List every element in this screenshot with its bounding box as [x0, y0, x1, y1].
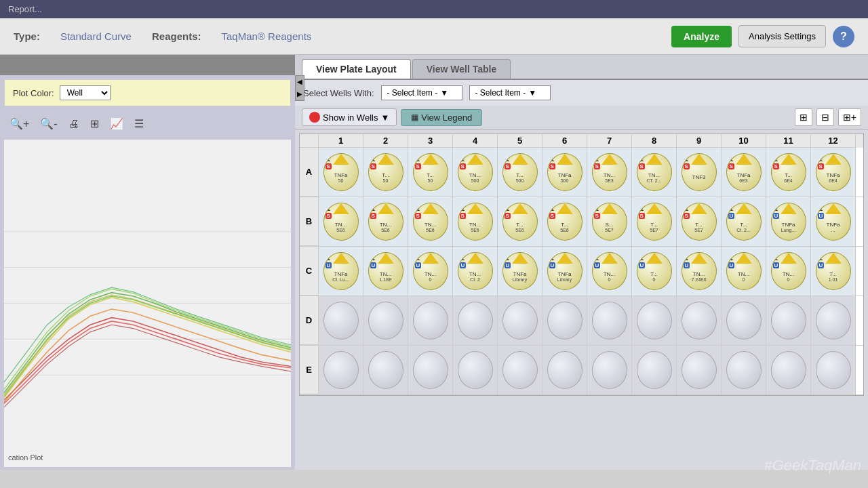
well-A7[interactable]: 1STN...5E3	[587, 148, 632, 197]
well-C9[interactable]: 1UTN...7.24E6	[677, 247, 722, 296]
well-E12[interactable]	[811, 346, 856, 394]
print-button[interactable]: 🖨	[66, 115, 82, 133]
well-B4[interactable]: 1STN...5E6	[453, 197, 498, 246]
well-E7[interactable]	[587, 346, 632, 394]
well-D3[interactable]	[408, 296, 453, 345]
main: ◀ ▶ Plot Color: Well Sample Target Task …	[0, 55, 868, 470]
well-A2[interactable]: 1ST...50	[363, 148, 408, 197]
well-E6[interactable]	[542, 346, 587, 394]
well-D6[interactable]	[542, 296, 587, 345]
empty-well-circle	[368, 351, 403, 389]
filled-well-circle: 1ST...50	[368, 153, 403, 191]
dropdown-select-1[interactable]: - Select Item - ▼	[381, 85, 462, 100]
plot-color-select[interactable]: Well Sample Target Task	[60, 85, 111, 100]
well-C1[interactable]: 1UTNFaCt. Lu...	[319, 247, 363, 296]
chart-svg	[4, 140, 291, 467]
chart-button[interactable]: 📈	[107, 115, 126, 133]
well-E9[interactable]	[677, 346, 722, 394]
well-A3[interactable]: 1ST...50	[408, 148, 453, 197]
analysis-settings-button[interactable]: Analysis Settings	[738, 25, 826, 47]
empty-well-circle	[502, 351, 538, 389]
well-C6[interactable]: 1UTNFaLibrary	[542, 247, 587, 296]
well-E5[interactable]	[498, 346, 542, 394]
well-badge: S	[639, 163, 645, 169]
view-legend-button[interactable]: ▦ View Legend	[401, 109, 482, 126]
well-subtext: 6E4	[784, 178, 792, 183]
well-B9[interactable]: 1ST...5E7	[677, 197, 722, 246]
well-D5[interactable]	[498, 296, 542, 345]
zoom-out-button[interactable]: 🔍-	[37, 115, 60, 133]
well-E4[interactable]	[453, 346, 498, 394]
well-C3[interactable]: 1UTN...0	[408, 247, 453, 296]
well-A11[interactable]: 1ST...6E4	[766, 148, 811, 197]
zoom-in-button[interactable]: 🔍+	[7, 115, 32, 133]
dropdown-select-2[interactable]: - Select Item - ▼	[469, 85, 551, 100]
well-B11[interactable]: 1UTNFaLung...	[766, 197, 811, 246]
well-A6[interactable]: 1STNFa500	[542, 148, 587, 197]
well-A10[interactable]: 1STNFa6E3	[722, 148, 766, 197]
well-A5[interactable]: 1ST...500	[498, 148, 542, 197]
show-in-wells-button[interactable]: Show in Wells ▼	[302, 108, 397, 126]
well-A1[interactable]: 1STNFa50	[319, 148, 363, 197]
well-C5[interactable]: 1UTNFaLibrary	[498, 247, 542, 296]
well-E2[interactable]	[363, 346, 408, 394]
well-D7[interactable]	[587, 296, 632, 345]
well-C7[interactable]: 1UTN...0	[587, 247, 632, 296]
well-C12[interactable]: 1UT...1.01	[811, 247, 856, 296]
well-D9[interactable]	[677, 296, 722, 345]
well-B3[interactable]: 1STN...5E6	[408, 197, 453, 246]
well-D1[interactable]	[319, 296, 363, 345]
help-button[interactable]: ?	[833, 26, 854, 47]
well-E1[interactable]	[319, 346, 363, 394]
well-badge: U	[818, 213, 825, 219]
grid-select-button[interactable]: ⊞	[795, 108, 812, 126]
list-button[interactable]: ☰	[132, 115, 146, 133]
well-triangle-indicator	[825, 203, 842, 214]
well-D2[interactable]	[363, 296, 408, 345]
filled-well-circle: 1UT...0	[637, 252, 672, 290]
well-text: T...	[785, 172, 792, 179]
well-A12[interactable]: 1STNFa6E4	[811, 148, 856, 197]
empty-well-circle	[592, 351, 627, 389]
well-B10[interactable]: 1UT...Ct. 2...	[722, 197, 766, 246]
well-E11[interactable]	[766, 346, 811, 394]
well-subtext: 0	[429, 277, 432, 282]
well-D4[interactable]	[453, 296, 498, 345]
col-header-9: 9	[677, 134, 722, 148]
add-button[interactable]: ⊞+	[838, 108, 861, 126]
tab-plate-layout[interactable]: View Plate Layout	[302, 59, 411, 79]
well-D12[interactable]	[811, 296, 856, 345]
well-B7[interactable]: 1SS...5E7	[587, 197, 632, 246]
well-B1[interactable]: 1STN...5E6	[319, 197, 363, 246]
plate-container[interactable]: 123456789101112 A1STNFa501ST...501ST...5…	[295, 129, 868, 470]
deselect-button[interactable]: ⊟	[816, 108, 834, 126]
well-E8[interactable]	[632, 346, 677, 394]
well-C8[interactable]: 1UT...0	[632, 247, 677, 296]
well-C10[interactable]: 1UTN...0	[722, 247, 766, 296]
well-A8[interactable]: 1STN...CT. 2...	[632, 148, 677, 197]
well-A4[interactable]: 1STN...500	[453, 148, 498, 197]
analyze-button[interactable]: Analyze	[671, 26, 732, 47]
collapse-button[interactable]: ◀ ▶	[295, 75, 304, 101]
well-badge: S	[773, 163, 779, 169]
well-B5[interactable]: 1ST...5E6	[498, 197, 542, 246]
well-C2[interactable]: 1UTN...1.18E	[363, 247, 408, 296]
well-B6[interactable]: 1ST...5E6	[542, 197, 587, 246]
layout-button[interactable]: ⊞	[87, 115, 102, 133]
well-triangle-indicator	[557, 154, 573, 165]
well-B12[interactable]: 1UTNFa...	[811, 197, 856, 246]
well-D11[interactable]	[766, 296, 811, 345]
empty-well-circle	[637, 302, 672, 340]
tab-well-table[interactable]: View Well Table	[412, 59, 511, 79]
well-D8[interactable]	[632, 296, 677, 345]
filled-well-circle: 1ST...50	[413, 153, 448, 191]
well-B8[interactable]: 1ST...5E7	[632, 197, 677, 246]
well-C4[interactable]: 1UTN...Ct. 2	[453, 247, 498, 296]
well-B2[interactable]: 1STN...5E6	[363, 197, 408, 246]
well-C11[interactable]: 1UTN...0	[766, 247, 811, 296]
well-badge: U	[684, 262, 690, 268]
well-D10[interactable]	[722, 296, 766, 345]
well-E10[interactable]	[722, 346, 766, 394]
well-A9[interactable]: 1STNF3	[677, 148, 722, 197]
well-E3[interactable]	[408, 346, 453, 394]
